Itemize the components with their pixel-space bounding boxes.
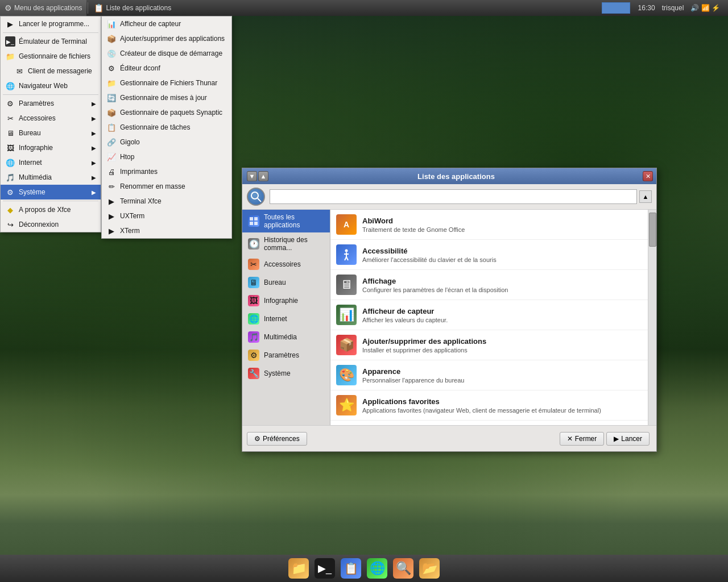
svg-point-6 <box>345 250 348 252</box>
infographie-icon: 🖼 <box>5 143 15 153</box>
window-maximize-btn[interactable]: ▲ <box>258 171 268 181</box>
submenu-afficheur[interactable]: 📊 Afficheur de capteur <box>102 16 231 31</box>
submenu-dconf[interactable]: ⚙ Éditeur dconf <box>102 61 231 76</box>
submenu-xfce-terminal[interactable]: ▶ Terminal Xfce <box>102 194 231 209</box>
app-list-titlebar[interactable]: ▼ ▲ Liste des applications ✕ <box>242 168 656 184</box>
search-input[interactable] <box>270 189 637 204</box>
submenu-htop[interactable]: 📈 Htop <box>102 149 231 164</box>
app-item-access[interactable]: Accessibilité Améliorer l'accessibilité … <box>330 240 648 270</box>
display-icon: 🖥 <box>336 275 357 295</box>
submenu-synaptic[interactable]: 📦 Gestionnaire de paquets Synaptic <box>102 105 231 120</box>
menu-item-mail[interactable]: ✉ Client de messagerie <box>1 64 101 78</box>
params-arrow: ▶ <box>92 101 96 107</box>
menu-item-files[interactable]: 📁 Gestionnaire de fichiers <box>1 49 101 64</box>
submenu-add-remove[interactable]: 📦 Ajouter/supprimer des applications <box>102 31 231 46</box>
menu-item-accessories[interactable]: ✂ Accessoires ▶ <box>1 111 101 126</box>
internet-icon: 🌐 <box>5 157 15 168</box>
app-list-footer: ⚙ Préférences ✕ Fermer ▶ Lancer <box>242 425 656 451</box>
dock-item-manager[interactable]: 📋 <box>339 556 363 580</box>
menu-item-launch[interactable]: ▶ Lancer le programme... <box>1 16 101 31</box>
submenu-rename[interactable]: ✏ Renommer en masse <box>102 179 231 194</box>
category-accessories[interactable]: ✂ Accessoires <box>242 255 330 273</box>
multimedia-arrow: ▶ <box>92 174 96 181</box>
cat-history-icon: 🕐 <box>248 238 259 250</box>
sensor-desc: Afficher les valeurs du capteur. <box>362 317 642 323</box>
category-bureau-label: Bureau <box>264 278 286 286</box>
submenu-tasks[interactable]: 📋 Gestionnaire de tâches <box>102 120 231 135</box>
xfce-term-icon: ▶ <box>106 196 117 206</box>
username: trisquel <box>659 0 688 16</box>
abiword-desc: Traitement de texte de Gnome Office <box>362 226 642 233</box>
dock-item-terminal[interactable]: ▶_ <box>313 556 337 580</box>
app-list-button[interactable]: 📋 Liste des applications <box>89 0 176 16</box>
menu-item-terminal[interactable]: ▶_ Émulateur de Terminal <box>1 34 101 49</box>
category-all[interactable]: Toutes les applications <box>242 210 330 232</box>
category-history[interactable]: 🕐 Historique des comma... <box>242 232 330 255</box>
dock-item-web[interactable]: 🌐 <box>365 556 389 580</box>
menu-item-bureau[interactable]: 🖥 Bureau ▶ <box>1 126 101 140</box>
menu-item-logout[interactable]: ↪ Déconnexion <box>1 217 101 232</box>
cat-multimedia-icon: 🎵 <box>248 331 259 343</box>
submenu-uxterm[interactable]: ▶ UXTerm <box>102 209 231 223</box>
scrollbar-thumb[interactable] <box>649 213 656 247</box>
category-infographie-label: Infographie <box>264 297 298 305</box>
app-item-about[interactable]: ◆ A propos de Xfce Information à propos … <box>330 421 648 425</box>
submenu-thunar[interactable]: 📁 Gestionnaire de Fichiers Thunar <box>102 76 231 90</box>
menu-item-params[interactable]: ⚙ Paramètres ▶ <box>1 96 101 111</box>
svg-rect-4 <box>250 222 253 225</box>
app-item-appfav[interactable]: ⭐ Applications favorites Applications fa… <box>330 390 648 421</box>
menu-item-infographie[interactable]: 🖼 Infographie ▶ <box>1 140 101 155</box>
app-menu-button[interactable]: ⚙ Menu des applications <box>0 0 86 16</box>
app-item-addrem[interactable]: 📦 Ajouter/supprimer des applications Ins… <box>330 330 648 360</box>
systeme-icon: ⚙ <box>5 187 15 197</box>
category-internet[interactable]: 🌐 Internet <box>242 310 330 328</box>
about-icon: ◆ <box>5 205 15 215</box>
menu-item-internet[interactable]: 🌐 Internet ▶ <box>1 155 101 170</box>
cat-params-icon: ⚙ <box>248 350 259 361</box>
menu-item-multimedia[interactable]: 🎵 Multimédia ▶ <box>1 170 101 185</box>
search-icon <box>247 188 265 206</box>
category-system[interactable]: 🔧 Système <box>242 364 330 383</box>
window-close-btn[interactable]: ✕ <box>643 171 653 181</box>
dock-item-folder[interactable]: 📂 <box>417 556 441 580</box>
category-multimedia[interactable]: 🎵 Multimédia <box>242 328 330 346</box>
submenu-gigolo[interactable]: 🔗 Gigolo <box>102 135 231 149</box>
access-icon <box>336 244 357 265</box>
menu-separator-3 <box>3 201 98 201</box>
app-list-scrollbar[interactable] <box>648 210 656 425</box>
category-params[interactable]: ⚙ Paramètres <box>242 346 330 364</box>
web-icon: 🌐 <box>5 81 15 91</box>
category-internet-label: Internet <box>264 315 287 323</box>
display-name: Affichage <box>362 277 642 285</box>
app-item-display[interactable]: 🖥 Affichage Configurer les paramètres de… <box>330 270 648 300</box>
submenu-xterm[interactable]: ▶ XTerm <box>102 223 231 238</box>
addrem-info: Ajouter/supprimer des applications Insta… <box>362 337 642 354</box>
category-infographie[interactable]: 🖼 Infographie <box>242 292 330 310</box>
print-icon: 🖨 <box>106 167 117 177</box>
close-btn[interactable]: ✕ Fermer <box>560 432 605 446</box>
cat-infographie-icon: 🖼 <box>248 295 259 306</box>
infographie-arrow: ▶ <box>92 145 96 151</box>
menu-item-about[interactable]: ◆ A propos de Xfce <box>1 202 101 217</box>
category-bureau[interactable]: 🖥 Bureau <box>242 273 330 292</box>
launch-btn[interactable]: ▶ Lancer <box>606 432 650 446</box>
app-item-sensor[interactable]: 📊 Afficheur de capteur Afficher les vale… <box>330 300 648 330</box>
window-minimize-btn[interactable]: ▼ <box>247 171 257 181</box>
svg-rect-5 <box>254 222 258 225</box>
submenu-updates[interactable]: 🔄 Gestionnaire de mises à jour <box>102 90 231 105</box>
search-clear-btn[interactable]: ▲ <box>639 190 652 203</box>
dock-item-search[interactable]: 🔍 <box>391 556 415 580</box>
menu-separator-2 <box>3 94 98 95</box>
menu-item-systeme[interactable]: ⚙ Système ▶ <box>1 185 101 199</box>
afficheur-icon: 📊 <box>106 19 117 29</box>
preferences-btn[interactable]: ⚙ Préférences <box>247 432 307 446</box>
app-item-appear[interactable]: 🎨 Apparence Personnaliser l'apparence du… <box>330 360 648 390</box>
menu-item-web[interactable]: 🌐 Navigateur Web <box>1 78 101 93</box>
dconf-icon: ⚙ <box>106 63 117 73</box>
dock-item-files[interactable]: 📁 <box>287 556 311 580</box>
app-item-abiword[interactable]: A AbiWord Traitement de texte de Gnome O… <box>330 210 648 240</box>
window-switcher[interactable] <box>602 2 630 14</box>
submenu-disk-creator[interactable]: 💿 Créateur de disque de démarrage <box>102 46 231 61</box>
close-label: Fermer <box>575 435 597 443</box>
submenu-print[interactable]: 🖨 Imprimantes <box>102 164 231 179</box>
